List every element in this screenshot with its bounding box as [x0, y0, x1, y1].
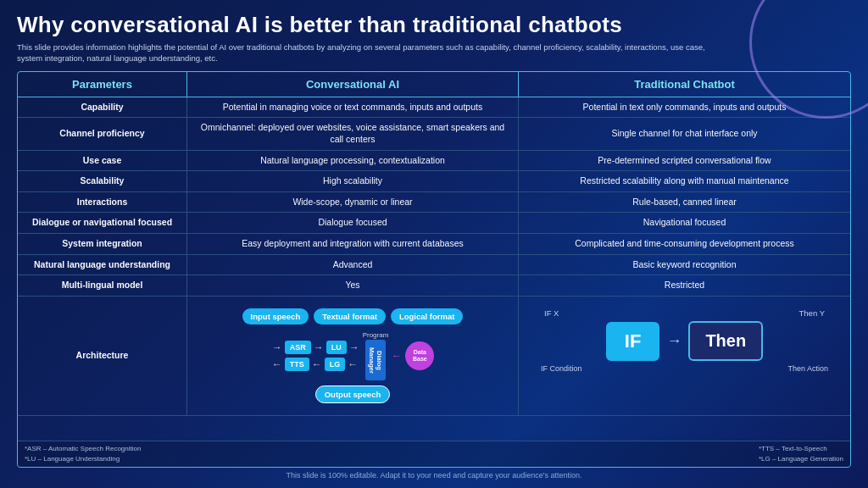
param-channel: Channel proficiency — [18, 118, 187, 149]
footnotes-left: *ASR – Automatic Speech Recognition *LU … — [25, 444, 141, 464]
trad-channel: Single channel for chat interface only — [519, 118, 850, 149]
table-row: Capability Potential in managing voice o… — [18, 97, 850, 119]
page-subtitle: This slide provides information highligh… — [17, 42, 712, 64]
trad-nlu: Basic keyword recognition — [519, 255, 850, 275]
trad-boxes: IF → Then — [532, 321, 837, 361]
trad-then-box: Then — [688, 321, 763, 361]
page-title: Why conversational AI is better than tra… — [17, 12, 851, 38]
trad-then-action-label: Then Action — [787, 364, 828, 373]
arrow-4: ← — [271, 358, 283, 370]
footnote-asr: *ASR – Automatic Speech Recognition — [25, 445, 141, 452]
arch-conv-diagram: Input speech Textual format Logical form… — [194, 302, 511, 410]
table-row: Multi-lingual model Yes Restricted — [18, 275, 850, 297]
lu-box: LU — [326, 341, 347, 354]
param-dialogue: Dialogue or navigational focused — [18, 213, 187, 233]
arrow-2: → — [313, 341, 325, 353]
arch-conv-cell: Input speech Textual format Logical form… — [187, 297, 519, 415]
table-row: Channel proficiency Omnichannel: deploye… — [18, 118, 850, 150]
header-conv: Conversational AI — [187, 72, 519, 97]
param-scalability: Scalability — [18, 171, 187, 191]
conv-interactions: Wide-scope, dynamic or linear — [187, 192, 519, 213]
param-architecture: Architecture — [18, 297, 187, 415]
arch-diagram-wrapper: → ASR → LU → ← TTS ← — [271, 331, 435, 380]
trad-bottom-labels: IF Condition Then Action — [532, 364, 837, 373]
output-speech-button[interactable]: Output speech — [315, 385, 391, 403]
dialog-manager-box: DialogManager — [365, 340, 386, 380]
trad-if-box: IF — [606, 322, 660, 361]
footnote-tts: *TTS – Text-to-Speech — [759, 445, 827, 452]
conv-capability: Potential in managing voice or text comm… — [187, 97, 519, 118]
trad-interactions: Rule-based, canned linear — [519, 192, 850, 213]
arch-trad-diagram: IF X Then Y IF → Then IF Condition The — [526, 302, 843, 380]
param-nlu: Natural language understanding — [18, 255, 187, 275]
arch-top-row: → ASR → LU → — [271, 341, 360, 354]
conv-multilingual: Yes — [187, 275, 519, 296]
input-speech-button[interactable]: Input speech — [242, 308, 309, 324]
trad-multilingual: Restricted — [519, 275, 850, 296]
conv-system: Easy deployment and integration with cur… — [187, 234, 519, 254]
param-system: System integration — [18, 234, 187, 254]
tts-box: TTS — [285, 358, 309, 371]
table-row: Dialogue or navigational focused Dialogu… — [18, 213, 850, 234]
textual-format-button[interactable]: Textual format — [314, 308, 386, 324]
arch-trad-cell: IF X Then Y IF → Then IF Condition The — [519, 297, 850, 415]
arrow-5: ← — [311, 358, 323, 370]
table-row: Natural language understanding Advanced … — [18, 255, 850, 276]
dialog-manager-label: DialogManager — [368, 347, 383, 374]
conv-scalability: High scalability — [187, 171, 519, 191]
logical-format-button[interactable]: Logical format — [391, 308, 463, 324]
page-content: Why conversational AI is better than tra… — [0, 0, 868, 488]
param-interactions: Interactions — [18, 192, 187, 213]
arrow-db: ← — [391, 350, 403, 362]
footnote-lu: *LU – Language Understanding — [25, 455, 120, 463]
trad-top-labels: IF X Then Y — [532, 308, 837, 318]
bottom-note: This slide is 100% editable. Adapt it to… — [17, 468, 851, 481]
trad-system: Complicated and time-consuming developme… — [519, 234, 850, 254]
footnote-lg: *LG – Language Generation — [759, 455, 843, 463]
header-params: Parameters — [18, 72, 187, 97]
conv-dialogue: Dialogue focused — [187, 213, 519, 233]
arrow-3: → — [348, 341, 360, 353]
conv-channel: Omnichannel: deployed over websites, voi… — [187, 118, 519, 149]
trad-if-condition-label: IF Condition — [541, 364, 582, 373]
conv-nlu: Advanced — [187, 255, 519, 275]
table-row: System integration Easy deployment and i… — [18, 234, 850, 255]
table-row: Scalability High scalability Restricted … — [18, 171, 850, 192]
table-row: Use case Natural language processing, co… — [18, 151, 850, 172]
dialog-wrapper: Program DialogManager — [363, 331, 389, 380]
param-capability: Capability — [18, 97, 187, 118]
asr-box: ASR — [285, 341, 311, 354]
trad-then-y-label: Then Y — [799, 308, 825, 318]
database-label: Data Base — [410, 349, 429, 363]
header-trad: Traditional Chatbot — [519, 72, 850, 97]
trad-capability: Potential in text only commands, inputs … — [519, 97, 850, 118]
trad-if-x-label: IF X — [544, 308, 559, 318]
footnotes-row: *ASR – Automatic Speech Recognition *LU … — [18, 441, 850, 467]
param-multilingual: Multi-lingual model — [18, 275, 187, 296]
arrow-1: → — [271, 341, 283, 353]
arch-bottom-row: ← TTS ← LG ← — [271, 358, 360, 371]
arch-row: Architecture Input speech Textual format… — [18, 297, 850, 416]
trad-scalability: Restricted scalability along with manual… — [519, 171, 850, 191]
trad-dialogue: Navigational focused — [519, 213, 850, 233]
program-label: Program — [363, 331, 389, 339]
footnotes-right: *TTS – Text-to-Speech *LG – Language Gen… — [759, 444, 843, 464]
conv-usecase: Natural language processing, contextuali… — [187, 151, 519, 171]
database-box: Data Base — [405, 341, 434, 370]
table-row: Interactions Wide-scope, dynamic or line… — [18, 192, 850, 214]
arch-rows-left: → ASR → LU → ← TTS ← — [271, 341, 360, 371]
param-usecase: Use case — [18, 151, 187, 171]
table-header: Parameters Conversational AI Traditional… — [18, 72, 850, 97]
trad-usecase: Pre-determined scripted conversational f… — [519, 151, 850, 171]
arch-top-buttons: Input speech Textual format Logical form… — [242, 308, 464, 324]
trad-arrow: → — [666, 332, 682, 350]
lg-box: LG — [325, 358, 346, 371]
table-body: Capability Potential in managing voice o… — [18, 97, 850, 441]
comparison-table: Parameters Conversational AI Traditional… — [17, 71, 851, 468]
arrow-6: ← — [347, 358, 359, 370]
